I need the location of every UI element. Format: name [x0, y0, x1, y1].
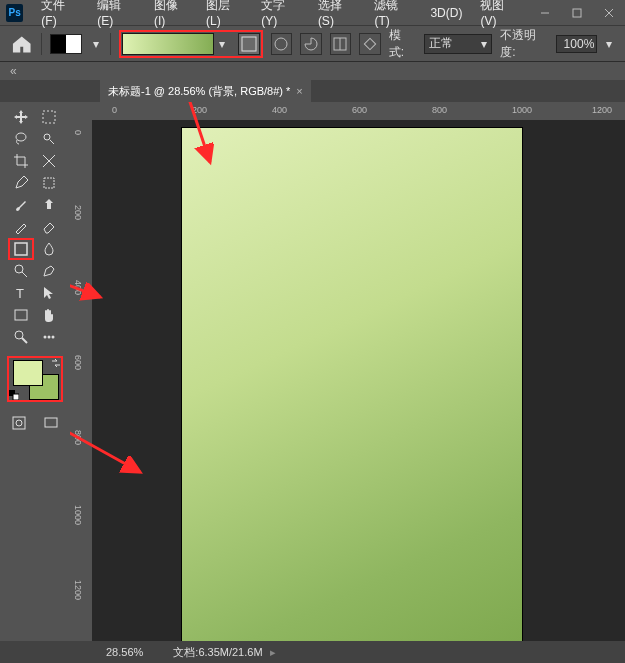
rectangular-marquee-tool[interactable]	[36, 106, 62, 128]
quick-mask-mode-button[interactable]	[6, 412, 32, 434]
window-controls	[529, 0, 625, 26]
gradient-radial-button[interactable]	[271, 33, 293, 55]
eraser-tool[interactable]	[36, 216, 62, 238]
menu-edit[interactable]: 编辑(E)	[89, 0, 144, 28]
window-close-button[interactable]	[593, 0, 625, 26]
ruler-tick: 800	[432, 105, 447, 115]
chevron-down-icon[interactable]: ▾	[216, 33, 228, 55]
patch-tool[interactable]	[36, 172, 62, 194]
menu-filter[interactable]: 滤镜(T)	[366, 0, 420, 28]
collapse-double-chevron-icon[interactable]: «	[10, 64, 17, 78]
edit-toolbar-icon[interactable]	[36, 326, 62, 348]
gradient-diamond-button[interactable]	[359, 33, 381, 55]
window-minimize-button[interactable]	[529, 0, 561, 26]
lasso-tool[interactable]	[8, 128, 34, 150]
menu-select[interactable]: 选择(S)	[310, 0, 365, 28]
move-tool[interactable]	[8, 106, 34, 128]
history-brush-tool[interactable]	[8, 216, 34, 238]
brush-tool[interactable]	[8, 194, 34, 216]
opacity-value: 100%	[564, 37, 595, 51]
opacity-field[interactable]: 100%	[556, 35, 597, 53]
zoom-tool[interactable]	[8, 326, 34, 348]
close-tab-icon[interactable]: ×	[296, 85, 302, 97]
ruler-tick: 400	[272, 105, 287, 115]
ruler-tick: 1200	[592, 105, 612, 115]
svg-rect-25	[45, 418, 57, 427]
svg-rect-22	[13, 394, 19, 400]
ruler-tick: 0	[73, 130, 83, 135]
canvas-viewport[interactable]	[92, 120, 625, 641]
document-info[interactable]: 文档:6.35M/21.6M ▸	[173, 645, 275, 660]
menu-3d[interactable]: 3D(D)	[422, 6, 470, 20]
gradient-preview[interactable]	[122, 33, 214, 55]
opacity-label: 不透明度:	[500, 27, 550, 61]
mode-select[interactable]: 正常▾	[424, 34, 493, 54]
status-bar: 28.56% 文档:6.35M/21.6M ▸	[0, 641, 625, 663]
horizontal-ruler[interactable]: 0 200 400 600 800 1000 1200	[92, 102, 625, 120]
svg-rect-12	[44, 178, 54, 188]
blur-tool[interactable]	[36, 238, 62, 260]
menu-type[interactable]: 文字(Y)	[253, 0, 308, 28]
menu-layer[interactable]: 图层(L)	[198, 0, 251, 28]
clone-stamp-tool[interactable]	[36, 194, 62, 216]
pen-tool[interactable]	[36, 260, 62, 282]
gradient-reflected-button[interactable]	[330, 33, 352, 55]
document-tab-bar: 未标题-1 @ 28.56% (背景, RGB/8#) * ×	[0, 80, 625, 102]
svg-point-20	[52, 336, 55, 339]
document-canvas[interactable]	[182, 128, 522, 641]
gradient-angle-button[interactable]	[300, 33, 322, 55]
zoom-level[interactable]: 28.56%	[100, 646, 149, 658]
ruler-tick: 200	[73, 205, 83, 220]
eyedropper-tool[interactable]	[8, 172, 34, 194]
menu-image[interactable]: 图像(I)	[146, 0, 196, 28]
crop-tool[interactable]	[8, 150, 34, 172]
separator	[110, 33, 111, 55]
ruler-origin[interactable]	[70, 102, 92, 120]
doc-info-value: 6.35M/21.6M	[198, 646, 262, 658]
ruler-tick: 400	[73, 280, 83, 295]
default-colors-icon[interactable]	[9, 390, 19, 400]
color-swatches	[7, 356, 63, 402]
svg-rect-16	[15, 310, 27, 320]
chevron-down-icon[interactable]: ▾	[603, 33, 615, 55]
chevron-right-icon[interactable]: ▸	[270, 646, 276, 658]
ruler-tick: 600	[352, 105, 367, 115]
gradient-tool[interactable]	[8, 238, 34, 260]
hand-tool[interactable]	[36, 304, 62, 326]
foreground-background-swatch[interactable]	[50, 34, 81, 54]
ruler-tick: 600	[73, 355, 83, 370]
chevron-down-icon[interactable]: ▾	[90, 33, 102, 55]
annotation-highlight-gradient: ▾	[119, 30, 263, 58]
home-icon[interactable]	[10, 32, 33, 56]
type-tool[interactable]: T	[8, 282, 34, 304]
screen-mode-button[interactable]	[38, 412, 64, 434]
vertical-ruler[interactable]: 0 200 400 600 800 1000 1200	[70, 120, 92, 641]
mode-label: 模式:	[389, 27, 416, 61]
ruler-tick: 1000	[73, 505, 83, 525]
quick-selection-tool[interactable]	[36, 128, 62, 150]
swap-colors-icon[interactable]	[51, 358, 61, 368]
ruler-tick: 1200	[73, 580, 83, 600]
rectangle-tool[interactable]	[8, 304, 34, 326]
svg-point-24	[16, 420, 22, 426]
chevron-down-icon: ▾	[481, 37, 487, 51]
path-selection-tool[interactable]	[36, 282, 62, 304]
foreground-color-swatch[interactable]	[13, 360, 43, 386]
ruler-tick: 800	[73, 430, 83, 445]
menu-view[interactable]: 视图(V)	[472, 0, 527, 28]
slice-tool[interactable]	[36, 150, 62, 172]
document-tab-title: 未标题-1 @ 28.56% (背景, RGB/8#) *	[108, 84, 290, 99]
window-maximize-button[interactable]	[561, 0, 593, 26]
gradient-linear-button[interactable]	[238, 33, 260, 55]
document-tab[interactable]: 未标题-1 @ 28.56% (背景, RGB/8#) * ×	[100, 80, 311, 102]
svg-text:T: T	[16, 286, 24, 301]
svg-rect-13	[15, 243, 27, 255]
tools-panel: T	[0, 102, 70, 641]
menu-file[interactable]: 文件(F)	[33, 0, 87, 28]
separator	[41, 33, 42, 55]
dodge-tool[interactable]	[8, 260, 34, 282]
menu-bar: Ps 文件(F) 编辑(E) 图像(I) 图层(L) 文字(Y) 选择(S) 滤…	[0, 0, 625, 26]
svg-point-14	[15, 265, 23, 273]
svg-rect-4	[242, 37, 256, 51]
app-logo: Ps	[6, 4, 23, 22]
